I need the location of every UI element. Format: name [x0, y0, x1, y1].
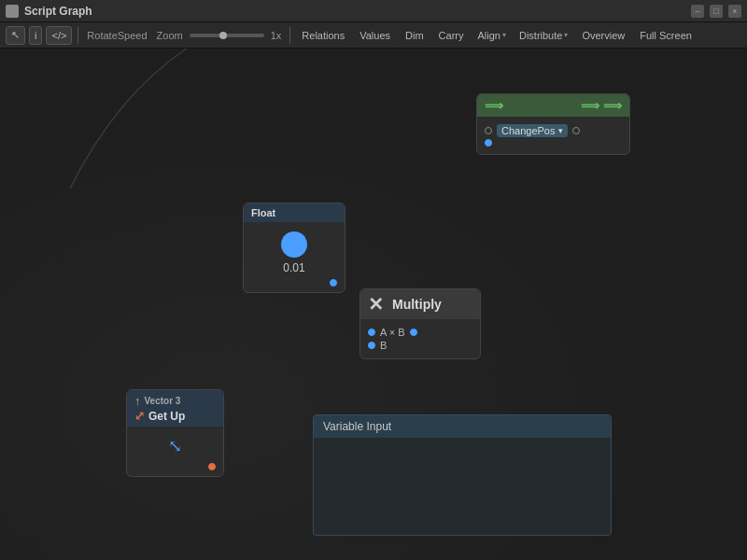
nav-dim[interactable]: Dim — [400, 26, 430, 45]
node-graph-row-dot — [485, 139, 622, 147]
cursor-tool-button[interactable]: ↖ — [6, 26, 25, 45]
code-button[interactable]: </> — [46, 26, 72, 45]
node-graph-body: ChangePos ▾ — [477, 117, 629, 154]
node-float-header: Float — [244, 203, 345, 222]
canvas-area[interactable]: ⟹ ⟹ ⟹ ChangePos ▾ Float — [0, 49, 747, 560]
port-changepos-in[interactable] — [485, 127, 492, 134]
port-float-out[interactable] — [330, 279, 337, 287]
separator — [78, 27, 78, 44]
maximize-button[interactable]: □ — [710, 5, 723, 18]
graph-exec-out2: ⟹ — [603, 98, 622, 113]
nav-align-dropdown[interactable]: Align ▾ — [472, 26, 510, 45]
align-caret: ▾ — [502, 31, 506, 39]
node-multiply-body: A × B B — [360, 319, 480, 358]
arrows-cross-icon: ⤢ — [134, 409, 145, 423]
panel-variable-title: Variable Input — [323, 420, 391, 433]
float-value: 0.01 — [251, 261, 337, 274]
nav-relations[interactable]: Relations — [296, 26, 350, 45]
title-bar: Script Graph – □ × — [0, 0, 747, 22]
multiply-title: Multiply — [392, 297, 442, 312]
nav-carry[interactable]: Carry — [433, 26, 470, 45]
arrow-up-icon: ↑ — [134, 394, 141, 408]
panel-variable-header: Variable Input — [314, 415, 611, 438]
node-vector3-header: ↑ Vector 3 ⤢ Get Up — [127, 390, 223, 427]
vector3-3d-icon: ⤡ — [168, 436, 182, 456]
zoom-value: 1x — [268, 30, 285, 41]
code-icon: </> — [51, 30, 66, 41]
multiply-axb-label: A × B — [380, 327, 405, 338]
port-multiply-out[interactable] — [410, 329, 417, 336]
zoom-label: Zoom — [154, 30, 186, 41]
app-icon — [6, 5, 19, 18]
node-multiply-row-axb: A × B — [368, 327, 472, 338]
node-graph-row-changepos: ChangePos ▾ — [485, 124, 622, 137]
panel-variable-input: Variable Input — [313, 414, 612, 536]
zoom-slider-thumb — [219, 32, 227, 39]
nav-values[interactable]: Values — [354, 26, 396, 45]
distribute-caret: ▾ — [564, 31, 568, 39]
close-button[interactable]: × — [728, 5, 741, 18]
toolbar: ↖ i </> RotateSpeed Zoom 1x Relations Va… — [0, 22, 747, 49]
nav-overview[interactable]: Overview — [576, 26, 630, 45]
minimize-button[interactable]: – — [691, 5, 704, 18]
zoom-slider[interactable] — [190, 34, 264, 37]
port-graph-blue[interactable] — [485, 139, 492, 147]
node-multiply-row-b: B — [368, 340, 472, 351]
info-button[interactable]: i — [29, 26, 42, 45]
nav-distribute-dropdown[interactable]: Distribute ▾ — [514, 26, 572, 45]
info-icon: i — [35, 30, 36, 41]
rotate-speed-label: RotateSpeed — [84, 30, 149, 41]
port-multiply-b-in[interactable] — [368, 342, 375, 349]
port-changepos-out[interactable] — [572, 127, 580, 134]
graph-exec-in: ⟹ — [485, 98, 503, 113]
port-vector3-out[interactable] — [208, 463, 216, 470]
node-multiply-header: ✕ Multiply — [360, 289, 480, 319]
node-float-body: 0.01 — [244, 222, 345, 292]
node-graph-header: ⟹ ⟹ ⟹ — [477, 94, 629, 117]
window-title: Script Graph — [24, 5, 92, 18]
nav-fullscreen[interactable]: Full Screen — [634, 26, 698, 45]
changepos-dropdown-icon[interactable]: ▾ — [558, 126, 563, 135]
separator2 — [289, 27, 290, 44]
node-multiply[interactable]: ✕ Multiply A × B B — [359, 288, 481, 359]
multiply-b-label: B — [380, 340, 387, 351]
changepos-label: ChangePos — [501, 125, 556, 136]
vector3-subheader: Vector 3 — [145, 396, 181, 406]
cursor-icon: ↖ — [11, 29, 20, 41]
float-title: Float — [251, 207, 275, 218]
node-graph[interactable]: ⟹ ⟹ ⟹ ChangePos ▾ — [476, 93, 630, 155]
graph-exec-out: ⟹ — [581, 98, 599, 113]
port-multiply-a-in[interactable] — [368, 329, 375, 336]
node-float[interactable]: Float 0.01 — [243, 203, 345, 293]
node-vector3-body: ⤡ — [127, 427, 223, 476]
node-vector3[interactable]: ↑ Vector 3 ⤢ Get Up ⤡ — [126, 389, 224, 477]
float-circle — [281, 231, 307, 258]
vector3-title: Get Up — [148, 410, 185, 423]
multiply-icon: ✕ — [368, 293, 384, 315]
